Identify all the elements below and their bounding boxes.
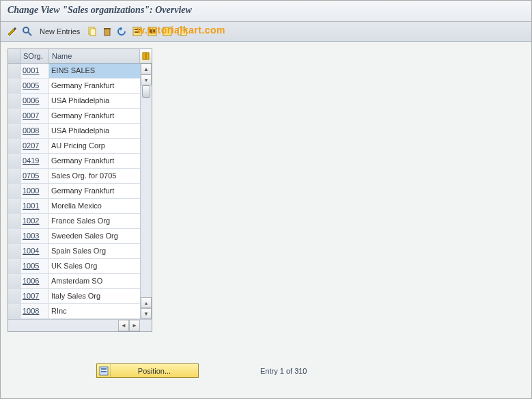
toolbar: New Entries w.tutorialkart.com xyxy=(1,22,531,42)
table-row: 0005Germany Frankfurt xyxy=(8,79,140,94)
cell-sorg[interactable]: 1003 xyxy=(20,229,49,243)
find-icon[interactable] xyxy=(21,25,33,38)
table-row: 0207AU Pricing Corp xyxy=(8,139,140,154)
content-area: SOrg. Name 0001EINS SALES0005Germany Fra… xyxy=(1,42,531,398)
row-selector[interactable] xyxy=(8,139,20,153)
select-block-icon[interactable] xyxy=(146,25,158,38)
deselect-all-icon[interactable] xyxy=(161,25,173,38)
app-window: Change View "Sales organizations": Overv… xyxy=(0,0,532,399)
scroll-left-icon[interactable]: ◄ xyxy=(118,320,129,331)
row-selector[interactable] xyxy=(8,109,20,123)
row-selector[interactable] xyxy=(8,214,20,228)
row-selector[interactable] xyxy=(8,94,20,108)
cell-sorg[interactable]: 0005 xyxy=(20,79,49,93)
table-row: 1003Sweeden Sales Org xyxy=(8,229,140,244)
cell-name[interactable]: EINS SALES xyxy=(49,64,140,78)
cell-sorg[interactable]: 1000 xyxy=(20,184,49,198)
cell-name[interactable]: Germany Frankfurt xyxy=(49,109,140,123)
position-button[interactable]: Position... xyxy=(96,363,199,378)
scroll-right-icon[interactable]: ► xyxy=(129,320,140,331)
row-selector[interactable] xyxy=(8,79,20,93)
table-settings-icon[interactable] xyxy=(139,49,152,63)
svg-rect-3 xyxy=(90,29,96,36)
table-row: 1006Amsterdam SO xyxy=(8,274,140,289)
configuration-icon[interactable] xyxy=(176,25,188,38)
column-header-sorg[interactable]: SOrg. xyxy=(20,49,49,63)
column-header-name[interactable]: Name xyxy=(49,49,139,63)
row-selector[interactable] xyxy=(8,289,20,303)
table-row: 1000Germany Frankfurt xyxy=(8,184,140,199)
cell-name[interactable]: Morelia Mexico xyxy=(49,199,140,213)
svg-rect-4 xyxy=(104,29,110,36)
vertical-scrollbar[interactable]: ▲ ▾ ▴ ▼ xyxy=(140,64,152,319)
cell-name[interactable]: Germany Frankfurt xyxy=(49,184,140,198)
table-row: 1008RInc xyxy=(8,304,140,319)
scroll-line-up-icon[interactable]: ▾ xyxy=(141,74,152,85)
row-selector[interactable] xyxy=(8,199,20,213)
undo-change-icon[interactable] xyxy=(116,25,128,38)
row-selector[interactable] xyxy=(8,259,20,273)
svg-rect-14 xyxy=(143,53,145,59)
cell-sorg[interactable]: 1004 xyxy=(20,244,49,258)
cell-name[interactable]: Sales Org. for 0705 xyxy=(49,169,140,183)
svg-rect-18 xyxy=(101,371,107,372)
scroll-up-icon[interactable]: ▲ xyxy=(141,64,152,74)
cell-name[interactable]: Germany Frankfurt xyxy=(49,79,140,93)
cell-name[interactable]: USA Philadelphia xyxy=(49,124,140,138)
cell-sorg[interactable]: 1001 xyxy=(20,199,49,213)
cell-name[interactable]: Italy Sales Org xyxy=(49,289,140,303)
cell-sorg[interactable]: 0705 xyxy=(20,169,49,183)
cell-name[interactable]: France Sales Org xyxy=(49,214,140,228)
row-selector[interactable] xyxy=(8,244,20,258)
cell-name[interactable]: Spain Sales Org xyxy=(49,244,140,258)
cell-sorg[interactable]: 0207 xyxy=(20,139,49,153)
row-selector[interactable] xyxy=(8,304,20,318)
scroll-down-icon[interactable]: ▼ xyxy=(141,308,152,319)
cell-name[interactable]: Germany Frankfurt xyxy=(49,154,140,168)
row-selector[interactable] xyxy=(8,229,20,243)
cell-sorg[interactable]: 1006 xyxy=(20,274,49,288)
table-row: 0006USA Philadelphia xyxy=(8,94,140,109)
page-title: Change View "Sales organizations": Overv… xyxy=(1,1,531,22)
new-entries-button[interactable]: New Entries xyxy=(36,25,83,38)
table-row: 0007Germany Frankfurt xyxy=(8,109,140,124)
svg-line-1 xyxy=(28,32,31,36)
table-header: SOrg. Name xyxy=(8,49,152,64)
row-selector[interactable] xyxy=(8,169,20,183)
copy-icon[interactable] xyxy=(86,25,98,38)
toggle-display-change-icon[interactable] xyxy=(6,25,18,38)
cell-sorg[interactable]: 1007 xyxy=(20,289,49,303)
cell-sorg[interactable]: 0007 xyxy=(20,109,49,123)
cell-sorg[interactable]: 0001 xyxy=(20,64,49,78)
horizontal-scrollbar[interactable]: ◄ ► xyxy=(8,319,152,331)
table-row: 1005UK Sales Org xyxy=(8,259,140,274)
cell-sorg[interactable]: 0006 xyxy=(20,94,49,108)
cell-name[interactable]: Amsterdam SO xyxy=(49,274,140,288)
cell-sorg[interactable]: 1005 xyxy=(20,259,49,273)
row-selector-header[interactable] xyxy=(8,49,20,63)
cell-name[interactable]: USA Philadelphia xyxy=(49,94,140,108)
cell-sorg[interactable]: 0008 xyxy=(20,124,49,138)
scroll-line-down-icon[interactable]: ▴ xyxy=(141,297,152,308)
select-all-icon[interactable] xyxy=(131,25,143,38)
cell-name[interactable]: AU Pricing Corp xyxy=(49,139,140,153)
cell-name[interactable]: UK Sales Org xyxy=(49,259,140,273)
cell-sorg[interactable]: 0419 xyxy=(20,154,49,168)
cell-name[interactable]: RInc xyxy=(49,304,140,318)
svg-rect-8 xyxy=(135,31,140,33)
cell-sorg[interactable]: 1002 xyxy=(20,214,49,228)
row-selector[interactable] xyxy=(8,64,20,78)
table-row: 0008USA Philadelphia xyxy=(8,124,140,139)
svg-rect-11 xyxy=(163,27,171,36)
delete-icon[interactable] xyxy=(101,25,113,38)
column-header-name-label: Name xyxy=(52,52,72,60)
scroll-thumb[interactable] xyxy=(142,85,150,98)
row-selector[interactable] xyxy=(8,154,20,168)
cell-name[interactable]: Sweeden Sales Org xyxy=(49,229,140,243)
row-selector[interactable] xyxy=(8,274,20,288)
svg-rect-17 xyxy=(101,368,107,370)
table-row: 0001EINS SALES xyxy=(8,64,140,79)
row-selector[interactable] xyxy=(8,124,20,138)
cell-sorg[interactable]: 1008 xyxy=(20,304,49,318)
row-selector[interactable] xyxy=(8,184,20,198)
